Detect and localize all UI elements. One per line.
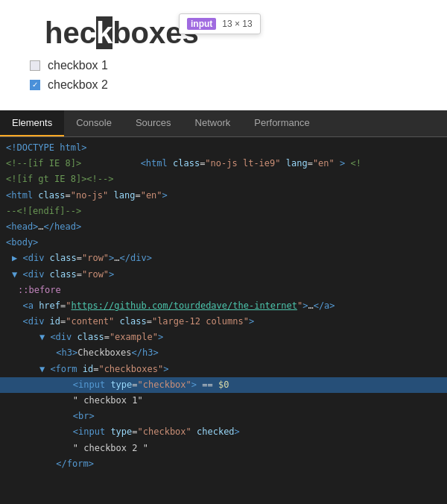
tooltip-size: 13 × 13 <box>222 19 252 29</box>
element-tooltip: input 13 × 13 <box>179 13 261 34</box>
code-line: ::before <box>0 283 447 298</box>
code-line: <![if gt IE 8]><!--> <box>0 171 447 187</box>
code-line: <br> <box>0 409 447 424</box>
devtools-panel: Elements Console Sources Network Perform… <box>0 110 447 504</box>
checkbox-1-box[interactable] <box>30 60 40 71</box>
code-line: ▼ <div class="row"> <box>0 267 447 283</box>
code-line: <!DOCTYPE html> <box>0 140 447 156</box>
checkbox-2-box[interactable]: ✓ <box>30 80 40 90</box>
code-line-highlighted[interactable]: <input type="checkbox"> == $0 <box>0 377 447 393</box>
code-line: ▼ <form id="checkboxes"> <box>0 362 447 377</box>
code-line: <body> <box>0 235 447 251</box>
tab-console[interactable]: Console <box>64 110 124 136</box>
preview-area: input 13 × 13 heckboxes checkbox 1 ✓ che… <box>0 0 447 110</box>
checkbox-1-item: checkbox 1 <box>15 59 432 72</box>
code-line: ▶ <div class="row">…</div> <box>0 251 447 266</box>
code-line: <h3>Checkboxes</h3> <box>0 345 447 361</box>
checkbox-1-label: checkbox 1 <box>48 59 108 72</box>
checkbox-2-label: checkbox 2 <box>48 78 108 92</box>
code-line: <input type="checkbox" checked> <box>0 424 447 440</box>
code-line: " checkbox 1" <box>0 393 447 409</box>
tab-performance[interactable]: Performance <box>242 110 321 136</box>
devtools-tab-bar: Elements Console Sources Network Perform… <box>0 110 447 137</box>
code-line: <head>…</head> <box>0 219 447 235</box>
tooltip-tag: input <box>187 18 216 30</box>
code-line: <!--[if IE 8]> <html class="no-js lt-ie9… <box>0 156 447 171</box>
checkbox-2-item: ✓ checkbox 2 <box>15 78 432 92</box>
code-line: " checkbox 2 " <box>0 441 447 456</box>
tab-sources[interactable]: Sources <box>124 110 183 136</box>
code-line: <div id="content" class="large-12 column… <box>0 314 447 330</box>
tab-network[interactable]: Network <box>183 110 243 136</box>
code-area: <!DOCTYPE html> <!--[if IE 8]> <html cla… <box>0 137 447 504</box>
code-line: </form> <box>0 456 447 472</box>
code-line: <html class="no-js" lang="en"> <box>0 188 447 204</box>
tab-elements[interactable]: Elements <box>0 110 64 136</box>
code-line: ▼ <div class="example"> <box>0 330 447 345</box>
code-line: <a href="https://github.com/tourdedave/t… <box>0 298 447 314</box>
code-line: --<![endif]--> <box>0 204 447 219</box>
